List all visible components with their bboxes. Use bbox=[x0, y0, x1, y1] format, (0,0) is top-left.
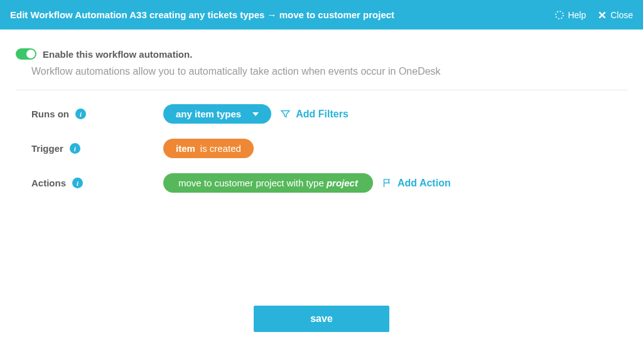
runs-on-label-wrap: Runs on i bbox=[16, 109, 163, 119]
add-action-label: Add Action bbox=[397, 178, 451, 189]
info-icon[interactable]: i bbox=[72, 178, 83, 188]
enable-toggle-label: Enable this workflow automation. bbox=[43, 49, 192, 60]
trigger-pill[interactable]: item is created bbox=[163, 139, 254, 158]
dialog-footer: save bbox=[16, 306, 627, 332]
actions-row: Actions i move to customer project with … bbox=[16, 173, 627, 193]
filter-icon bbox=[280, 109, 291, 119]
description-text: Workflow automations allow you to automa… bbox=[31, 66, 627, 77]
actions-label-wrap: Actions i bbox=[16, 178, 163, 188]
trigger-predicate: is created bbox=[200, 143, 241, 154]
runs-on-body: any item types Add Filters bbox=[163, 104, 349, 124]
svg-point-0 bbox=[556, 11, 563, 19]
trigger-label-wrap: Trigger i bbox=[16, 143, 163, 154]
toggle-knob bbox=[26, 50, 35, 58]
actions-label: Actions bbox=[31, 178, 66, 188]
runs-on-value: any item types bbox=[176, 109, 241, 119]
trigger-subject: item bbox=[176, 143, 195, 154]
close-button[interactable]: Close bbox=[597, 10, 633, 20]
trigger-row: Trigger i item is created bbox=[16, 139, 627, 158]
close-label: Close bbox=[610, 10, 633, 20]
header-actions: Help Close bbox=[554, 10, 633, 20]
runs-on-label: Runs on bbox=[31, 109, 69, 119]
help-label: Help bbox=[568, 10, 586, 20]
actions-body: move to customer project with type proje… bbox=[163, 173, 451, 193]
close-icon bbox=[597, 10, 607, 20]
info-icon[interactable]: i bbox=[70, 143, 80, 154]
add-filters-label: Add Filters bbox=[296, 109, 349, 120]
dialog-content: Enable this workflow automation. Workflo… bbox=[0, 29, 643, 332]
chevron-down-icon bbox=[252, 112, 259, 116]
help-icon bbox=[554, 10, 565, 20]
help-button[interactable]: Help bbox=[554, 10, 586, 20]
add-filters-button[interactable]: Add Filters bbox=[280, 109, 349, 120]
enable-toggle[interactable] bbox=[16, 48, 36, 60]
dialog-header: Edit Workflow Automation A33 creating an… bbox=[0, 0, 643, 29]
flag-icon bbox=[382, 178, 392, 188]
action-text: move to customer project with type proje… bbox=[178, 178, 358, 188]
info-icon[interactable]: i bbox=[75, 109, 86, 119]
divider bbox=[16, 90, 627, 90]
runs-on-row: Runs on i any item types Add Filters bbox=[16, 104, 627, 124]
action-pill[interactable]: move to customer project with type proje… bbox=[163, 173, 373, 193]
trigger-label: Trigger bbox=[31, 143, 63, 154]
enable-row: Enable this workflow automation. bbox=[16, 48, 627, 60]
dialog-title: Edit Workflow Automation A33 creating an… bbox=[10, 9, 554, 20]
runs-on-dropdown[interactable]: any item types bbox=[163, 104, 271, 124]
trigger-body: item is created bbox=[163, 139, 254, 158]
save-button[interactable]: save bbox=[254, 306, 389, 332]
add-action-button[interactable]: Add Action bbox=[382, 178, 451, 189]
